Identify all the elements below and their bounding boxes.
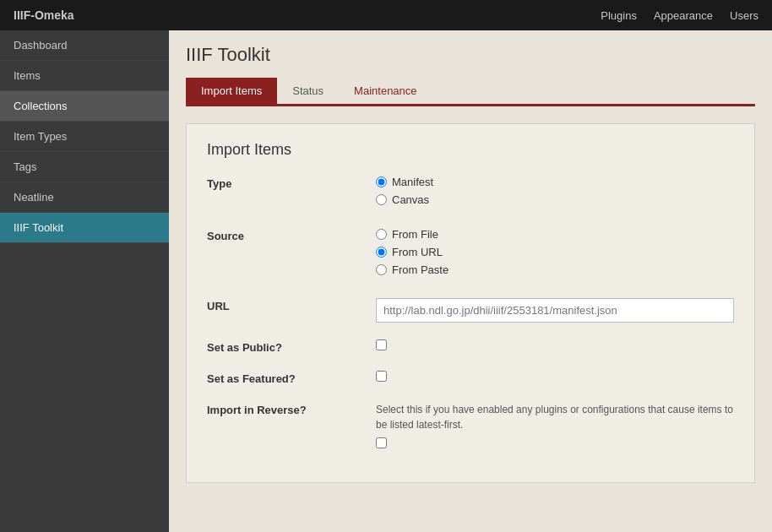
set-public-controls	[376, 339, 734, 350]
sidebar-item-iiif-toolkit[interactable]: IIIF Toolkit	[0, 213, 169, 243]
type-controls: Manifest Canvas	[376, 176, 734, 211]
set-featured-label: Set as Featured?	[207, 371, 376, 385]
type-manifest-label: Manifest	[392, 176, 433, 188]
sidebar-item-items[interactable]: Items	[0, 61, 169, 91]
source-url-radio[interactable]	[376, 247, 387, 258]
import-reverse-description: Select this if you have enabled any plug…	[376, 402, 734, 432]
set-public-row: Set as Public?	[207, 339, 734, 354]
source-paste-option[interactable]: From Paste	[376, 263, 734, 276]
set-featured-controls	[376, 371, 734, 382]
sidebar-item-neatline[interactable]: Neatline	[0, 182, 169, 213]
sidebar-item-tags[interactable]: Tags	[0, 152, 169, 182]
set-public-label: Set as Public?	[207, 339, 376, 354]
type-manifest-radio[interactable]	[376, 176, 387, 187]
nav-links: Plugins Appearance Users	[601, 9, 758, 22]
sidebar-item-item-types[interactable]: Item Types	[0, 122, 169, 152]
tab-import-items[interactable]: Import Items	[186, 78, 277, 104]
type-canvas-option[interactable]: Canvas	[376, 193, 734, 206]
import-reverse-checkbox[interactable]	[376, 437, 387, 448]
type-canvas-label: Canvas	[392, 193, 429, 206]
tab-bar: Import Items Status Maintenance	[186, 78, 755, 106]
source-file-radio[interactable]	[376, 229, 387, 240]
url-row: URL	[207, 298, 734, 323]
type-row: Type Manifest Canvas	[207, 176, 734, 211]
tab-status[interactable]: Status	[277, 78, 339, 104]
content-area: Import Items Type Manifest Canvas S	[186, 123, 755, 483]
import-reverse-label: Import in Reverse?	[207, 402, 376, 416]
import-reverse-option[interactable]	[376, 437, 734, 448]
source-paste-radio[interactable]	[376, 264, 387, 275]
import-reverse-controls: Select this if you have enabled any plug…	[376, 402, 734, 448]
main-content: IIIF Toolkit Import Items Status Mainten…	[169, 30, 772, 532]
sidebar: Dashboard Items Collections Item Types T…	[0, 30, 169, 532]
url-label: URL	[207, 298, 376, 312]
source-controls: From File From URL From Paste	[376, 228, 734, 281]
source-label: Source	[207, 228, 376, 242]
top-navigation: IIIF-Omeka Plugins Appearance Users	[0, 0, 772, 30]
url-input[interactable]	[376, 298, 734, 323]
sidebar-item-collections[interactable]: Collections	[0, 91, 169, 122]
type-canvas-radio[interactable]	[376, 194, 387, 205]
source-url-option[interactable]: From URL	[376, 246, 734, 258]
source-url-label: From URL	[392, 246, 443, 258]
sidebar-item-dashboard[interactable]: Dashboard	[0, 30, 169, 61]
set-featured-row: Set as Featured?	[207, 371, 734, 385]
set-featured-checkbox[interactable]	[376, 371, 387, 382]
type-manifest-option[interactable]: Manifest	[376, 176, 734, 188]
main-layout: Dashboard Items Collections Item Types T…	[0, 30, 772, 532]
set-public-option[interactable]	[376, 339, 734, 350]
page-title: IIIF Toolkit	[186, 44, 755, 66]
set-public-checkbox[interactable]	[376, 339, 387, 350]
source-paste-label: From Paste	[392, 263, 449, 276]
users-link[interactable]: Users	[730, 9, 758, 22]
plugins-link[interactable]: Plugins	[601, 9, 637, 22]
url-controls	[376, 298, 734, 323]
source-file-label: From File	[392, 228, 438, 241]
source-row: Source From File From URL From Paste	[207, 228, 734, 281]
import-reverse-row: Import in Reverse? Select this if you ha…	[207, 402, 734, 448]
tab-maintenance[interactable]: Maintenance	[339, 78, 432, 104]
set-featured-option[interactable]	[376, 371, 734, 382]
import-items-title: Import Items	[207, 141, 734, 159]
appearance-link[interactable]: Appearance	[654, 9, 713, 22]
app-title: IIIF-Omeka	[14, 8, 74, 22]
source-file-option[interactable]: From File	[376, 228, 734, 241]
type-label: Type	[207, 176, 376, 190]
